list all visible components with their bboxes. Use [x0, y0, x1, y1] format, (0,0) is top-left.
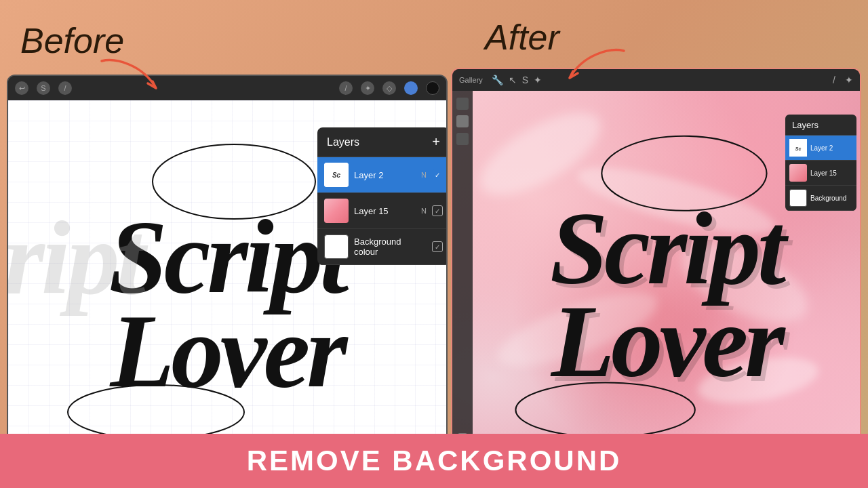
after-layer-2-thumb: Sc — [789, 139, 807, 157]
layer-bg-thumb — [324, 235, 349, 259]
after-canvas: Script Lover Script Lover Layers Sc — [452, 91, 860, 449]
svg-text:Lover: Lover — [108, 293, 349, 409]
sidebar-btn-2[interactable] — [456, 115, 469, 127]
layer-item-15[interactable]: Layer 15 N — [317, 193, 448, 229]
layers-add-button[interactable]: + — [432, 134, 440, 150]
after-layer-item-2[interactable]: Sc Layer 2 — [785, 136, 856, 161]
layer-item-bg[interactable]: Background colour — [317, 229, 448, 265]
layer-15-mode: N — [421, 207, 427, 215]
after-label: After — [485, 17, 559, 58]
svg-text:Sc: Sc — [332, 171, 341, 179]
after-sidebar — [452, 91, 473, 449]
layer-item-2[interactable]: Sc Layer 2 N — [317, 157, 448, 193]
undo-icon[interactable]: ↩ — [15, 81, 28, 95]
layer-2-name: Layer 2 — [354, 170, 416, 180]
after-layer-2-name: Layer 2 — [810, 144, 852, 152]
remove-background-text: REMOVE BACKGROUND — [247, 445, 622, 477]
layers-title: Layers — [327, 136, 359, 148]
after-layer-bg-name: Background — [810, 195, 852, 202]
before-toolbar: ↩ S / / ✦ ◇ — [8, 76, 446, 100]
layer-2-visibility[interactable] — [432, 169, 443, 180]
color-black[interactable] — [426, 81, 439, 95]
svg-text:Script: Script — [7, 200, 148, 317]
after-panel: Gallery 🔧 ↖ S ✦ / ✦ — [451, 68, 861, 451]
color-swatch[interactable] — [404, 81, 418, 95]
svg-text:Sc: Sc — [795, 146, 802, 151]
gallery-button[interactable]: Gallery — [459, 76, 483, 84]
layers-title-after: Layers — [792, 120, 818, 130]
main-container: Before After ↩ S / / ✦ ◇ — [0, 0, 868, 488]
layer-15-thumb — [324, 199, 349, 223]
after-layer-bg-thumb — [789, 189, 807, 207]
svg-text:Lover: Lover — [550, 283, 786, 399]
arrow-after-icon — [556, 41, 637, 95]
before-canvas: Script Lover Script Layers + — [8, 100, 446, 449]
swirl-icon[interactable]: S — [37, 81, 50, 95]
after-layer-item-15[interactable]: Layer 15 — [785, 161, 856, 186]
pen-icon[interactable]: / — [339, 81, 353, 95]
pen-tool-icon[interactable]: / — [833, 75, 835, 85]
wrench-icon[interactable]: 🔧 — [492, 75, 503, 85]
layer-bg-name: Background colour — [354, 237, 427, 257]
cursor-icon-after[interactable]: ↖ — [509, 75, 517, 85]
layers-header-after: Layers — [785, 115, 856, 136]
before-panel: ↩ S / / ✦ ◇ Scrip — [7, 75, 448, 451]
layers-panel-before: Layers + Sc Layer 2 N — [317, 127, 448, 265]
arrow-before-icon — [88, 51, 170, 105]
after-layer-15-thumb — [789, 164, 807, 182]
layer-bg-visibility[interactable] — [432, 241, 443, 252]
layer-15-visibility[interactable] — [432, 205, 443, 216]
sidebar-btn-1[interactable] — [456, 98, 469, 110]
layer-2-thumb: Sc — [324, 163, 349, 187]
after-layer-15-name: Layer 15 — [810, 169, 852, 177]
eraser-icon[interactable]: ◇ — [382, 81, 396, 95]
sidebar-btn-3[interactable] — [456, 133, 469, 145]
after-layer-item-bg[interactable]: Background — [785, 186, 856, 211]
brush-tool-icon[interactable]: ✦ — [845, 75, 853, 85]
cursor-icon[interactable]: / — [58, 81, 72, 95]
layers-panel-after: Layers Sc Layer 2 Layer 15 — [785, 115, 856, 211]
layer-2-mode: N — [421, 171, 427, 179]
brushes-icon[interactable]: ✦ — [534, 75, 542, 85]
layer-15-name: Layer 15 — [354, 206, 416, 216]
after-toolbar: Gallery 🔧 ↖ S ✦ / ✦ — [452, 69, 860, 91]
brush-icon[interactable]: ✦ — [361, 81, 374, 95]
stylize-icon[interactable]: S — [522, 75, 528, 85]
layers-panel-header: Layers + — [317, 127, 448, 157]
bottom-bar: REMOVE BACKGROUND — [0, 434, 868, 488]
